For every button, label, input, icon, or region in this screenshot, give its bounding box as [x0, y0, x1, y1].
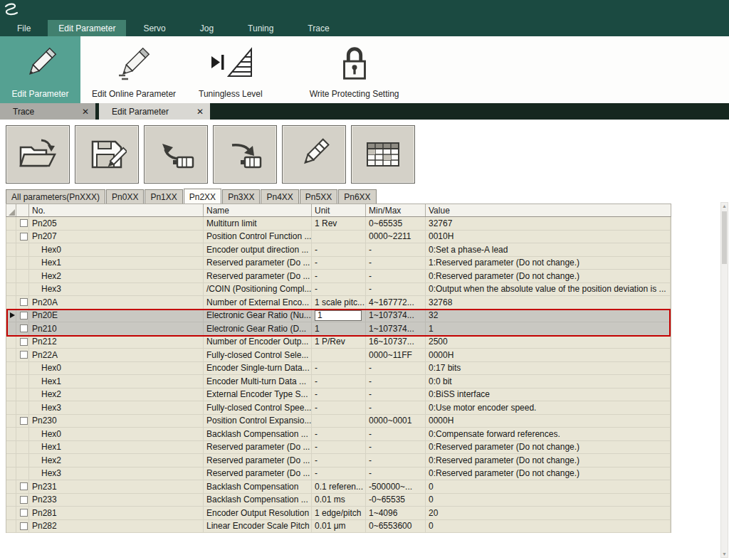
row-checkbox-cell[interactable] [16, 415, 29, 428]
param-unit: 0.01 ms [312, 494, 366, 507]
row-checkbox[interactable] [20, 417, 28, 425]
row-checkbox-cell [16, 362, 29, 375]
param-minmax: - [366, 389, 426, 401]
row-checkbox-cell[interactable] [16, 231, 29, 243]
table-row[interactable]: Hex1Encoder Multi-turn Data ...--0:0 bit [6, 375, 671, 389]
param-minmax: 4~167772... [366, 296, 426, 309]
row-checkbox-cell[interactable] [16, 296, 29, 309]
column-header-no[interactable]: No. [29, 204, 204, 216]
table-row[interactable]: Hex0Encoder Single-turn Data...--0:17 bi… [6, 362, 671, 376]
table-row[interactable]: Hex2Reserved parameter (Do ...--0:Reserv… [6, 270, 671, 283]
row-checkbox[interactable] [20, 351, 28, 359]
table-row[interactable]: Hex0Encoder output direction ...--0:Set … [6, 243, 671, 257]
table-row[interactable]: Hex3Fully-closed Control Spee...--0:Use … [6, 401, 671, 415]
edit-parameters-button[interactable] [282, 125, 346, 184]
row-checkbox-cell[interactable] [16, 480, 29, 493]
tab-pn4xx[interactable]: Pn4XX [261, 189, 298, 204]
table-row[interactable]: Hex2External Encoder Type S...--0:BiSS i… [6, 389, 671, 402]
close-icon[interactable]: ✕ [196, 107, 204, 116]
column-header-unit[interactable]: Unit [312, 204, 366, 216]
folder-open-icon [18, 136, 58, 173]
row-checkbox-cell[interactable] [16, 336, 29, 349]
table-row[interactable]: Pn205Multiturn limit1 Rev0~6553532767 [6, 217, 671, 231]
row-checkbox[interactable] [20, 496, 28, 504]
scrollbar-thumb[interactable] [722, 211, 727, 264]
column-header-name[interactable]: Name [204, 204, 312, 216]
save-file-button[interactable] [75, 125, 139, 184]
column-header-value[interactable]: Value [426, 204, 671, 216]
tab-trace[interactable]: Trace ✕ [0, 103, 95, 120]
scroll-up-icon[interactable]: ▲ [721, 204, 728, 208]
table-row[interactable]: Pn212Number of Encoder Outp...1 P/Rev16~… [6, 336, 671, 349]
scroll-down-icon[interactable]: ▼ [721, 551, 728, 556]
table-row[interactable]: Hex2Reserved parameter (Do ...--0:Reserv… [6, 454, 671, 467]
menu-item-trace[interactable]: Trace [290, 20, 346, 36]
table-row[interactable]: Pn22AFully-closed Control Sele...0000~11… [6, 349, 671, 362]
select-all-corner[interactable] [6, 204, 16, 216]
row-checkbox[interactable] [20, 298, 28, 306]
row-checkbox-cell[interactable] [16, 322, 29, 335]
row-checkbox[interactable] [20, 338, 28, 346]
tab-pn0xx[interactable]: Pn0XX [106, 189, 144, 204]
ribbon-tuningless-level-button[interactable]: Tuningless Level [187, 36, 274, 103]
table-row[interactable]: Hex3Reserved parameter (Do ...--0:Reserv… [6, 467, 671, 481]
table-row[interactable]: Pn20ANumber of External Enco...1 scale p… [6, 296, 671, 310]
tab-pn5xx[interactable]: Pn5XX [300, 189, 337, 204]
close-icon[interactable]: ✕ [82, 107, 89, 116]
row-checkbox-cell[interactable] [16, 520, 29, 533]
row-checkbox[interactable] [20, 233, 28, 241]
table-row[interactable]: Pn20EElectronic Gear Ratio (Nu...11~1073… [6, 310, 671, 323]
tab-pn1xx[interactable]: Pn1XX [145, 189, 182, 204]
vertical-scrollbar[interactable]: ▲ ▼ [720, 202, 728, 558]
table-row[interactable]: Hex1Reserved parameter (Do ...--0:Reserv… [6, 441, 671, 455]
row-checkbox[interactable] [20, 482, 28, 490]
menu-item-edit-parameter[interactable]: Edit Parameter [48, 20, 126, 36]
table-row[interactable]: Pn231Backlash Compensation0.1 referen...… [6, 480, 671, 494]
tab-all-parameters[interactable]: All parameters(PnXXX) [6, 189, 105, 204]
menu-item-file[interactable]: File [0, 20, 48, 36]
open-file-button[interactable] [6, 125, 70, 184]
column-header-minmax[interactable]: Min/Max [366, 204, 426, 216]
row-checkbox[interactable] [20, 509, 28, 517]
ribbon-edit-online-parameter-button[interactable]: Edit Online Parameter [80, 36, 187, 103]
read-from-servo-button[interactable] [144, 125, 208, 184]
table-row[interactable]: Pn281Encoder Output Resolution1 edge/pit… [6, 507, 671, 520]
unit-edit-field[interactable]: 1 [315, 310, 362, 321]
table-row[interactable]: Pn233Backlash Compensation ...0.01 ms-0~… [6, 494, 671, 507]
table-row[interactable]: Hex3/COIN (Positioning Compl...--0:Outpu… [6, 283, 671, 297]
row-checkbox[interactable] [20, 219, 28, 227]
table-row[interactable]: Pn210Electronic Gear Ratio (D...11~10737… [6, 322, 671, 336]
row-checkbox-cell[interactable] [16, 349, 29, 361]
ribbon-write-protecting-setting-button[interactable]: Write Protecting Setting [298, 36, 411, 103]
param-no: Pn212 [29, 336, 204, 349]
table-row[interactable]: Pn230Position Control Expansio...0000~00… [6, 415, 671, 428]
row-checkbox[interactable] [20, 312, 28, 319]
row-checkbox[interactable] [20, 522, 28, 530]
table-row[interactable]: Hex0Backlash Compensation ...--0:Compens… [6, 428, 671, 441]
write-to-servo-button[interactable] [213, 125, 277, 184]
ribbon-edit-parameter-button[interactable]: Edit Parameter [0, 36, 80, 103]
param-unit: - [312, 375, 366, 388]
menu-item-servo[interactable]: Servo [126, 20, 182, 36]
row-checkbox-cell[interactable] [16, 494, 29, 507]
row-marker-cell [6, 454, 16, 467]
tab-pn6xx[interactable]: Pn6XX [338, 189, 376, 204]
menu-item-tuning[interactable]: Tuning [231, 20, 290, 36]
param-minmax: - [366, 270, 426, 282]
row-checkbox-cell[interactable] [16, 310, 29, 322]
table-row[interactable]: Hex1Reserved parameter (Do ...--1:Reserv… [6, 257, 671, 270]
tab-pn2xx[interactable]: Pn2XX [184, 189, 221, 204]
tab-edit-parameter[interactable]: Edit Parameter ✕ [99, 103, 210, 120]
param-minmax: - [366, 428, 426, 440]
param-no: Hex1 [29, 441, 204, 454]
row-checkbox-cell[interactable] [16, 507, 29, 519]
row-checkbox-cell[interactable] [16, 217, 29, 230]
row-checkbox[interactable] [20, 324, 28, 332]
table-row[interactable]: Pn282Linear Encoder Scale Pitch0.01 μm0~… [6, 520, 671, 534]
param-unit: - [312, 467, 366, 480]
parameter-table-button[interactable] [351, 125, 415, 184]
table-row[interactable]: Pn207Position Control Function ...0000~2… [6, 231, 671, 244]
param-value: 1:Reserved parameter (Do not change.) [426, 257, 671, 270]
menu-item-jog[interactable]: Jog [183, 20, 231, 36]
tab-pn3xx[interactable]: Pn3XX [222, 189, 260, 204]
